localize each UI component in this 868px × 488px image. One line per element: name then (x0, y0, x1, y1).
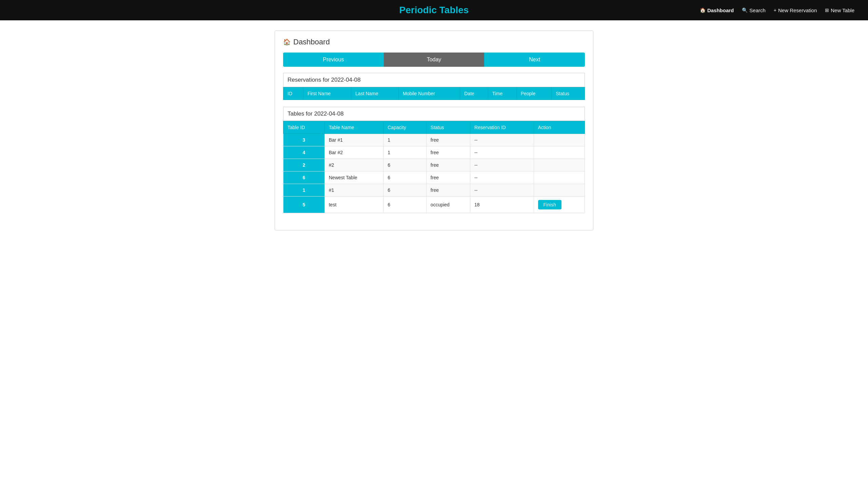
tables-table: Table ID Table Name Capacity Status Rese… (283, 121, 585, 213)
col-table-id: Table ID (283, 121, 325, 134)
col-reservation-id: Reservation ID (470, 121, 534, 134)
table-reservation-id-cell: -- (470, 134, 534, 146)
table-status-cell: free (426, 146, 470, 159)
table-id-cell: 4 (283, 146, 325, 159)
date-nav-buttons: Previous Today Next (283, 53, 585, 67)
table-id-cell: 3 (283, 134, 325, 146)
table-id-cell: 5 (283, 197, 325, 213)
col-table-status: Status (426, 121, 470, 134)
page-title-text: Dashboard (293, 38, 330, 46)
col-people: People (516, 87, 552, 100)
table-status-cell: free (426, 159, 470, 171)
nav-search[interactable]: 🔍 Search (742, 7, 766, 13)
table-capacity-cell: 6 (383, 197, 427, 213)
table-action-cell: Finish (534, 197, 585, 213)
table-row: 1#16free-- (283, 184, 585, 197)
table-icon: ⊞ (825, 7, 829, 13)
table-name-cell: #2 (324, 159, 383, 171)
col-id: ID (283, 87, 303, 100)
nav-new-reservation-label: New Reservation (778, 7, 817, 13)
table-row: 3Bar #11free-- (283, 134, 585, 146)
table-row: 5test6occupied18Finish (283, 197, 585, 213)
table-capacity-cell: 6 (383, 184, 427, 197)
table-action-cell (534, 171, 585, 184)
table-status-cell: free (426, 134, 470, 146)
table-capacity-cell: 6 (383, 159, 427, 171)
page-title: 🏠 Dashboard (283, 38, 585, 46)
table-action-cell (534, 146, 585, 159)
table-action-cell (534, 159, 585, 171)
table-row: 6Newest Table6free-- (283, 171, 585, 184)
table-status-cell: free (426, 184, 470, 197)
table-name-cell: Newest Table (324, 171, 383, 184)
table-row: 2#26free-- (283, 159, 585, 171)
table-name-cell: #1 (324, 184, 383, 197)
tables-table-header: Table ID Table Name Capacity Status Rese… (283, 121, 585, 134)
table-status-cell: free (426, 171, 470, 184)
nav-new-table-label: New Table (831, 7, 854, 13)
table-name-cell: Bar #2 (324, 146, 383, 159)
table-row: 4Bar #21free-- (283, 146, 585, 159)
table-capacity-cell: 1 (383, 146, 427, 159)
col-last-name: Last Name (351, 87, 399, 100)
col-mobile: Mobile Number (399, 87, 460, 100)
table-id-cell: 6 (283, 171, 325, 184)
home-icon: 🏠 (700, 7, 706, 13)
table-reservation-id-cell: -- (470, 146, 534, 159)
nav-new-reservation[interactable]: + New Reservation (774, 7, 817, 13)
table-capacity-cell: 6 (383, 171, 427, 184)
col-status: Status (552, 87, 585, 100)
dashboard-card: 🏠 Dashboard Previous Today Next Reservat… (275, 30, 593, 230)
reservations-heading: Reservations for 2022-04-08 (283, 73, 585, 87)
table-id-cell: 1 (283, 184, 325, 197)
table-status-cell: occupied (426, 197, 470, 213)
app-brand: Periodic Tables (399, 5, 469, 16)
col-date: Date (460, 87, 488, 100)
navbar-links: 🏠 Dashboard 🔍 Search + New Reservation ⊞… (700, 7, 854, 13)
search-icon: 🔍 (742, 7, 748, 13)
finish-button[interactable]: Finish (538, 200, 561, 209)
col-first-name: First Name (303, 87, 351, 100)
nav-new-table[interactable]: ⊞ New Table (825, 7, 854, 13)
table-name-cell: test (324, 197, 383, 213)
nav-dashboard[interactable]: 🏠 Dashboard (700, 7, 734, 13)
col-action: Action (534, 121, 585, 134)
table-reservation-id-cell: 18 (470, 197, 534, 213)
table-name-cell: Bar #1 (324, 134, 383, 146)
col-capacity: Capacity (383, 121, 427, 134)
table-capacity-cell: 1 (383, 134, 427, 146)
reservations-table: ID First Name Last Name Mobile Number Da… (283, 87, 585, 100)
reservations-table-header: ID First Name Last Name Mobile Number Da… (283, 87, 585, 100)
nav-search-label: Search (749, 7, 766, 13)
nav-dashboard-label: Dashboard (707, 7, 734, 13)
col-time: Time (488, 87, 516, 100)
navbar: Periodic Tables 🏠 Dashboard 🔍 Search + N… (0, 0, 868, 20)
page-wrapper: 🏠 Dashboard Previous Today Next Reservat… (271, 30, 597, 230)
today-button[interactable]: Today (384, 53, 485, 67)
table-reservation-id-cell: -- (470, 171, 534, 184)
table-reservation-id-cell: -- (470, 184, 534, 197)
plus-icon: + (774, 7, 776, 13)
table-action-cell (534, 184, 585, 197)
table-action-cell (534, 134, 585, 146)
previous-button[interactable]: Previous (283, 53, 384, 67)
table-id-cell: 2 (283, 159, 325, 171)
tables-heading: Tables for 2022-04-08 (283, 107, 585, 121)
col-table-name: Table Name (324, 121, 383, 134)
table-reservation-id-cell: -- (470, 159, 534, 171)
page-title-icon: 🏠 (283, 38, 291, 46)
next-button[interactable]: Next (484, 53, 585, 67)
